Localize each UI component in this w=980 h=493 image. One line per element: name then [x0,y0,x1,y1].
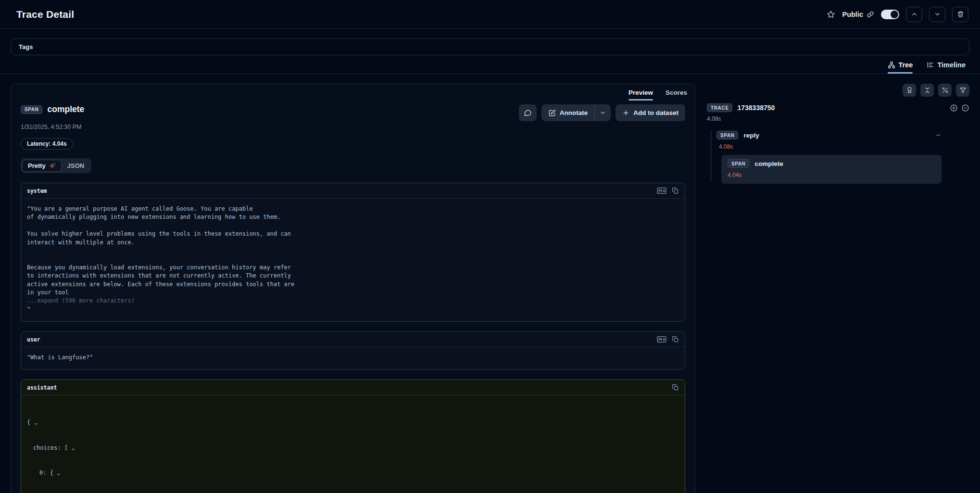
user-label: user [27,336,40,343]
previous-trace-button[interactable] [906,7,922,22]
tab-timeline[interactable]: Timeline [926,61,966,74]
tab-tree-underline [888,72,913,74]
annotate-label: Annotate [560,109,588,116]
trace-name: 1738338750 [737,104,775,112]
tags-bar[interactable]: Tags [11,38,969,55]
filter-button[interactable] [956,84,969,97]
delete-trace-button[interactable] [952,7,968,22]
markdown-icon[interactable] [657,336,666,343]
tab-preview-label: Preview [628,89,653,96]
json-line[interactable]: { ⌄ [27,418,679,427]
copy-icon[interactable] [672,336,679,343]
sparkles-icon [49,163,56,169]
next-trace-button[interactable] [929,7,945,22]
span-type-badge: SPAN [728,159,749,168]
annotate-dropdown-button[interactable] [594,104,611,121]
collapse-node-button[interactable] [935,132,942,139]
tree-icon [888,61,895,69]
span-row-name: reply [743,132,759,139]
bookmark-star-button[interactable] [827,10,835,19]
format-pretty-label: Pretty [28,162,46,169]
scores-toggle-button[interactable] [903,84,916,97]
view-tabs-row: Tree Timeline [0,55,980,74]
award-icon [906,87,913,94]
system-closing-quote: " [27,306,30,313]
json-line[interactable]: choices: [ ⌄ [27,444,679,453]
span-duration: 4.04s [728,172,935,178]
tree-row-reply[interactable]: SPAN reply [716,127,942,139]
markdown-icon[interactable] [657,187,666,194]
tree-toolbar [707,84,969,97]
trace-tree-root[interactable]: TRACE 1738338750 [707,103,969,112]
collapse-all-icon[interactable] [961,104,969,112]
comment-icon [524,109,532,117]
format-json-button[interactable]: JSON [62,160,90,172]
json-line[interactable]: 0: { ⌄ [27,469,679,478]
assistant-label: assistant [27,384,57,391]
annotate-button[interactable]: Annotate [541,104,595,121]
trace-tree-sidebar: TRACE 1738338750 4.08s SPAN reply 4.08s [695,74,980,184]
format-json-label: JSON [67,162,84,169]
span-type-badge: SPAN [716,131,738,139]
assistant-content: { ⌄ choices: [ ⌄ 0: { ⌄ finish_reason: "… [21,395,685,493]
span-duration: 4.08s [719,143,942,150]
trace-row-actions [950,104,969,112]
copy-icon[interactable] [672,187,679,194]
system-block-icons [657,187,679,194]
span-type-badge: SPAN [21,105,42,114]
observation-preview-panel: Preview Scores SPAN complete [11,84,695,493]
fold-vertical-icon [924,87,931,94]
message-block-system: system "You are a general purpose AI age… [21,183,685,322]
span-title: SPAN complete [21,104,84,114]
page-title: Trace Detail [16,9,74,20]
span-actions: Annotate Add to dataset [519,104,685,121]
message-block-user: user "What is Langfuse?" [21,331,685,370]
edit-pen-icon [548,109,556,117]
star-icon [827,10,835,19]
metrics-toggle-button[interactable] [938,84,952,97]
chevron-up-icon [911,11,918,18]
tab-preview-underline [628,99,653,101]
copy-icon[interactable] [672,384,679,391]
tree-row-complete-selected[interactable]: SPAN complete 4.04s [721,155,942,184]
system-content: "You are a general purpose AI agent call… [21,199,685,321]
trace-type-badge: TRACE [707,103,732,112]
expand-all-icon[interactable] [950,104,958,112]
content-area: Preview Scores SPAN complete [0,74,980,493]
latency-badge: Latency: 4.04s [21,138,73,150]
chevron-down-icon [600,110,606,116]
top-bar: Trace Detail Public [0,0,980,29]
collapse-all-button[interactable] [920,84,934,97]
add-to-dataset-label: Add to dataset [633,109,678,116]
panel-tabs: Preview Scores [11,84,695,101]
tab-tree-label: Tree [899,61,913,69]
format-toggle: Pretty JSON [21,158,91,173]
tab-scores-underline [666,99,687,101]
tab-scores-label: Scores [666,89,687,96]
plus-icon [622,109,629,116]
public-label: Public [842,11,863,18]
tab-tree[interactable]: Tree [888,61,913,74]
trash-icon [957,11,964,18]
chevron-down-icon [934,11,941,18]
tab-timeline-underline [926,72,966,74]
top-bar-actions: Public [827,7,968,22]
user-block-icons [657,336,679,343]
user-content: "What is Langfuse?" [21,347,685,369]
format-pretty-button[interactable]: Pretty [22,160,62,172]
tags-label: Tags [19,43,33,51]
system-label: system [27,188,47,194]
tab-preview[interactable]: Preview [628,89,653,101]
comment-button[interactable] [519,104,537,121]
filter-icon [959,87,967,94]
tab-scores[interactable]: Scores [666,89,687,101]
span-name: complete [47,104,84,114]
annotate-split-button: Annotate [541,104,611,121]
add-to-dataset-button[interactable]: Add to dataset [616,104,685,121]
toggle-knob [891,11,898,18]
link-icon[interactable] [867,11,874,18]
message-block-assistant: assistant { ⌄ choices: [ ⌄ 0: { ⌄ finish… [21,379,685,493]
assistant-block-icons [672,384,679,391]
system-expand-link[interactable]: ...expand (596 more characters) [27,297,135,304]
public-toggle[interactable] [881,10,899,19]
